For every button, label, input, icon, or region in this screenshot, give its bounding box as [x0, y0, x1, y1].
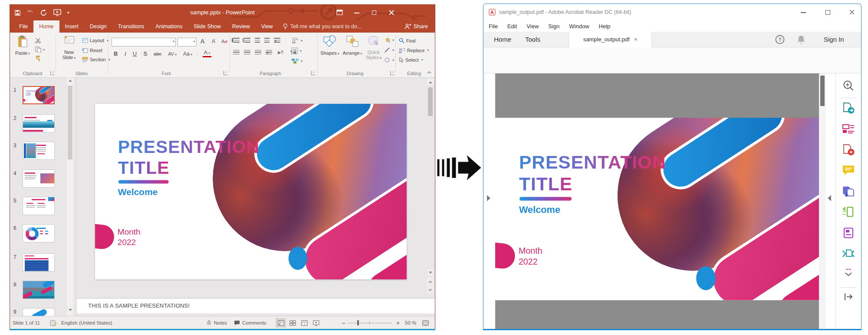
text-shadow-button[interactable]: S [142, 50, 148, 57]
font-color-button[interactable]: A [203, 50, 212, 57]
more-tools-chevron-icon[interactable] [844, 269, 853, 277]
notes-toggle-button[interactable]: Notes [206, 316, 227, 329]
tab-file[interactable]: File [13, 20, 33, 33]
shape-fill-icon[interactable] [384, 37, 391, 43]
font-dialog-launcher[interactable] [224, 71, 228, 75]
zoom-slider-thumb[interactable] [357, 320, 359, 325]
slide-thumbnail[interactable]: PRESENTATION TITLE Welcome Month2022 [23, 86, 55, 104]
tools-tab[interactable]: Tools [519, 32, 546, 47]
italic-button[interactable]: I [123, 50, 127, 57]
menu-view[interactable]: View [522, 23, 543, 30]
menu-window[interactable]: Window [564, 23, 594, 30]
underline-button[interactable]: U [132, 50, 138, 57]
shape-outline-icon[interactable] [384, 47, 391, 53]
align-center-icon[interactable] [244, 50, 250, 55]
open-navigation-pane-icon[interactable] [487, 195, 490, 201]
shape-effects-icon[interactable] [384, 57, 391, 63]
slide-area-scrollbar[interactable] [427, 79, 434, 316]
copy-button[interactable]: ▾ [35, 46, 45, 53]
clipboard-dialog-launcher[interactable] [50, 71, 55, 75]
collapse-ribbon-icon[interactable] [427, 71, 431, 74]
paragraph-dialog-launcher[interactable] [311, 71, 316, 75]
fit-slide-to-window-button[interactable] [422, 316, 429, 329]
comment-tool-icon[interactable] [842, 165, 855, 176]
numbering-icon[interactable] [244, 38, 250, 43]
thumbnail-scroll-down-icon[interactable] [69, 309, 72, 311]
arrange-button[interactable]: Arrange [342, 35, 363, 56]
thumbnail-scrollbar-thumb[interactable] [68, 86, 72, 159]
scroll-down-button[interactable] [427, 269, 434, 276]
text-direction-icon[interactable]: A [291, 37, 299, 44]
change-case-button[interactable]: Aa [182, 51, 194, 57]
new-slide-button[interactable]: New Slide [59, 35, 79, 61]
notes-pane[interactable]: THIS IS A SAMPLE PRESENTATIONS! [77, 298, 435, 313]
zoom-in-button[interactable]: + [396, 316, 400, 329]
search-tool-icon[interactable] [842, 80, 855, 92]
language-indicator[interactable]: English (United States) [61, 316, 112, 329]
previous-slide-button[interactable] [427, 278, 434, 285]
slide-thumbnail[interactable] [23, 114, 55, 133]
tab-design[interactable]: Design [84, 20, 112, 33]
align-left-icon[interactable] [233, 50, 240, 55]
thumbnail-scroll-up-icon[interactable] [69, 80, 72, 82]
align-text-icon[interactable] [291, 47, 298, 54]
format-painter-button[interactable] [35, 55, 41, 61]
document-tab[interactable]: sample_output.pdf× [569, 32, 652, 47]
slide-canvas[interactable]: PRESENTATION TITLE Welcome Month2022 [95, 104, 407, 279]
slide-thumbnail[interactable] [23, 169, 55, 188]
main-scrollbar-thumb[interactable] [428, 87, 433, 116]
reading-view-button[interactable] [299, 318, 309, 328]
navigation-pane-strip[interactable] [483, 73, 495, 329]
edit-pdf-tool-icon[interactable] [842, 123, 855, 134]
zoom-out-button[interactable]: − [342, 316, 345, 329]
slideshow-view-button[interactable] [311, 318, 321, 328]
tab-slideshow[interactable]: Slide Show [188, 20, 227, 33]
font-size-input[interactable] [178, 38, 197, 46]
slide-thumbnail[interactable] [23, 142, 55, 160]
acrobat-maximize-button[interactable] [825, 9, 831, 15]
acrobat-close-button[interactable] [849, 9, 855, 15]
tab-view[interactable]: View [256, 20, 279, 33]
help-icon[interactable]: ? [775, 35, 785, 44]
slide-thumbnail[interactable] [23, 281, 55, 299]
strikethrough-button[interactable]: abe [152, 51, 163, 56]
justify-icon[interactable] [266, 50, 272, 55]
share-button[interactable]: Share [400, 20, 432, 33]
menu-help[interactable]: Help [594, 23, 615, 30]
maximize-button[interactable] [371, 10, 377, 16]
font-name-input[interactable] [112, 38, 176, 46]
bullets-icon[interactable] [233, 38, 240, 43]
acrobat-minimize-button[interactable] [800, 9, 806, 15]
tab-animations[interactable]: Animations [150, 20, 188, 33]
zoom-level[interactable]: 50 % [405, 316, 416, 329]
slide-thumbnail[interactable] [23, 224, 55, 242]
tab-home[interactable]: Home [33, 20, 59, 33]
menu-file[interactable]: File [489, 23, 503, 30]
reset-button[interactable]: Reset [82, 47, 102, 53]
decrease-indent-icon[interactable] [255, 38, 260, 43]
spellcheck-icon[interactable] [50, 316, 57, 329]
tab-review[interactable]: Review [227, 20, 256, 33]
acrobat-scrollbar[interactable] [819, 73, 826, 329]
character-spacing-button[interactable]: AV [167, 51, 178, 56]
increase-indent-icon[interactable] [264, 38, 270, 43]
expand-tools-pane-icon[interactable] [844, 292, 853, 301]
increase-font-button[interactable]: Aˆ [199, 38, 207, 45]
scroll-up-button[interactable] [427, 79, 434, 86]
home-tab[interactable]: Home [488, 32, 517, 47]
ribbon-display-options-icon[interactable] [336, 10, 342, 16]
cut-button[interactable] [35, 38, 41, 43]
clear-formatting-icon[interactable]: A [221, 38, 228, 44]
tools-pane-strip[interactable] [826, 73, 835, 329]
normal-view-button[interactable] [276, 318, 286, 328]
paste-button[interactable]: Paste [13, 35, 33, 56]
acrobat-scrollbar-thumb[interactable] [820, 76, 825, 106]
zoom-slider[interactable] [348, 316, 392, 329]
line-spacing-icon[interactable] [274, 38, 280, 43]
export-pdf-tool-icon[interactable] [842, 102, 855, 114]
comments-button[interactable]: Comments [234, 316, 266, 329]
next-slide-button[interactable] [427, 286, 434, 294]
decrease-font-button[interactable]: Aˇ [210, 38, 217, 44]
compress-pdf-tool-icon[interactable] [842, 248, 855, 259]
redact-tool-icon[interactable] [843, 227, 854, 239]
